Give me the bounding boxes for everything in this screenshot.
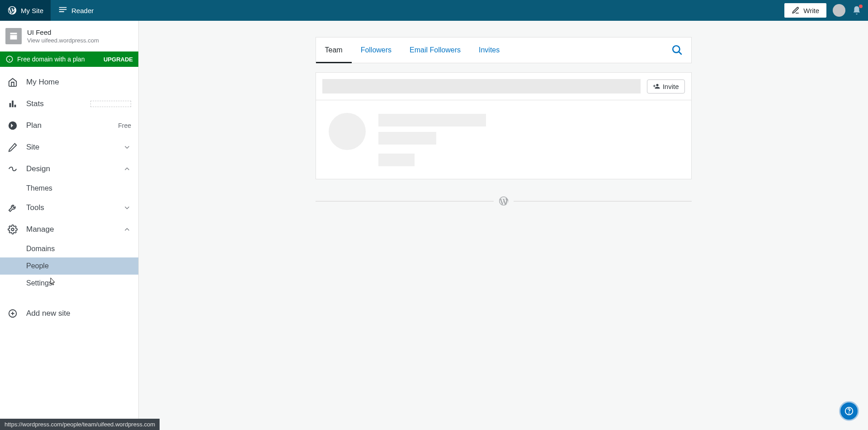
sidebar-item-label: Design bbox=[26, 164, 50, 173]
search-icon bbox=[671, 44, 683, 56]
sidebar-item-label: Tools bbox=[26, 203, 44, 212]
ph-line bbox=[378, 114, 486, 126]
divider-line bbox=[514, 201, 692, 201]
sidebar-item-label: Site bbox=[26, 143, 39, 152]
svg-rect-1 bbox=[10, 35, 17, 40]
text-placeholders bbox=[378, 114, 486, 166]
search-button[interactable] bbox=[663, 37, 691, 63]
site-icon bbox=[5, 28, 22, 44]
wrench-icon bbox=[7, 202, 18, 213]
tab-followers[interactable]: Followers bbox=[352, 37, 401, 63]
upsell-banner[interactable]: Free domain with a plan UPGRADE bbox=[0, 51, 138, 67]
sidebar-sub-people[interactable]: People bbox=[0, 257, 138, 275]
nav-my-site-label: My Site bbox=[21, 7, 43, 14]
sidebar-nav: My Home Stats Plan Free Site Design bbox=[0, 67, 138, 430]
svg-rect-5 bbox=[9, 103, 11, 107]
site-card[interactable]: UI Feed View uifeed.wordpress.com bbox=[0, 21, 138, 51]
main-content: Team Followers Email Followers Invites I… bbox=[139, 21, 868, 430]
masterbar-left: My Site Reader bbox=[0, 0, 101, 21]
sidebar-item-label: Plan bbox=[26, 121, 42, 130]
sidebar-item-add-site[interactable]: Add new site bbox=[0, 303, 138, 324]
notification-dot bbox=[859, 5, 863, 8]
sidebar: UI Feed View uifeed.wordpress.com Free d… bbox=[0, 21, 139, 430]
sidebar-item-site[interactable]: Site bbox=[0, 136, 138, 158]
svg-rect-0 bbox=[10, 33, 17, 34]
upgrade-link[interactable]: UPGRADE bbox=[104, 56, 133, 63]
sidebar-item-tools[interactable]: Tools bbox=[0, 197, 138, 219]
sidebar-item-label: Stats bbox=[26, 99, 44, 108]
reader-icon bbox=[58, 5, 68, 15]
sidebar-sub-settings[interactable]: Settings bbox=[0, 275, 138, 292]
plan-icon bbox=[7, 120, 18, 131]
chevron-down-icon bbox=[123, 204, 131, 212]
person-loading-card bbox=[316, 100, 692, 179]
nav-my-site[interactable]: My Site bbox=[0, 0, 51, 21]
info-icon bbox=[5, 55, 14, 63]
wordpress-icon bbox=[7, 5, 17, 15]
svg-line-14 bbox=[679, 51, 682, 55]
stats-icon bbox=[7, 98, 18, 109]
sidebar-item-home[interactable]: My Home bbox=[0, 71, 138, 93]
sidebar-item-stats[interactable]: Stats bbox=[0, 93, 138, 115]
plus-circle-icon bbox=[7, 308, 18, 319]
svg-point-13 bbox=[673, 46, 679, 52]
sidebar-sub-domains[interactable]: Domains bbox=[0, 240, 138, 257]
tab-team[interactable]: Team bbox=[316, 37, 352, 63]
svg-point-16 bbox=[849, 413, 849, 413]
chevron-up-icon bbox=[123, 165, 131, 173]
user-avatar[interactable] bbox=[833, 4, 845, 17]
invite-button-label: Invite bbox=[663, 83, 679, 90]
tabs: Team Followers Email Followers Invites bbox=[316, 37, 692, 63]
write-button-label: Write bbox=[803, 7, 819, 14]
sidebar-item-manage[interactable]: Manage bbox=[0, 219, 138, 240]
sidebar-sub-themes[interactable]: Themes bbox=[0, 180, 138, 197]
invite-placeholder bbox=[322, 79, 641, 93]
home-icon bbox=[7, 77, 18, 88]
stats-sparkline bbox=[90, 101, 131, 107]
site-info: UI Feed View uifeed.wordpress.com bbox=[27, 28, 99, 44]
sidebar-item-design[interactable]: Design bbox=[0, 158, 138, 180]
svg-rect-6 bbox=[12, 101, 14, 108]
design-icon bbox=[7, 164, 18, 174]
footer-divider bbox=[316, 196, 692, 206]
tab-invites[interactable]: Invites bbox=[470, 37, 509, 63]
help-fab[interactable] bbox=[839, 401, 859, 421]
write-button[interactable]: Write bbox=[784, 3, 826, 18]
plan-badge: Free bbox=[118, 122, 131, 129]
sidebar-item-label: Manage bbox=[26, 225, 54, 234]
write-icon bbox=[792, 6, 800, 14]
svg-point-9 bbox=[11, 228, 14, 231]
sidebar-item-label: Add new site bbox=[26, 309, 70, 318]
help-icon bbox=[844, 406, 854, 416]
divider-line bbox=[316, 201, 494, 201]
avatar-placeholder bbox=[329, 113, 366, 150]
wordpress-footer-icon bbox=[498, 196, 509, 206]
ph-line bbox=[378, 154, 415, 166]
masterbar: My Site Reader Write bbox=[0, 0, 868, 21]
invite-user-icon bbox=[653, 83, 660, 90]
nav-reader-label: Reader bbox=[71, 7, 94, 14]
masterbar-right: Write bbox=[784, 3, 868, 18]
status-bar: https://wordpress.com/people/team/uifeed… bbox=[0, 419, 160, 430]
site-name: UI Feed bbox=[27, 28, 99, 36]
sidebar-item-label: My Home bbox=[26, 78, 59, 87]
invite-button[interactable]: Invite bbox=[647, 79, 685, 93]
gear-icon bbox=[7, 224, 18, 235]
upsell-text: Free domain with a plan bbox=[17, 56, 85, 63]
ph-line bbox=[378, 132, 436, 145]
tab-email-followers[interactable]: Email Followers bbox=[401, 37, 470, 63]
chevron-down-icon bbox=[123, 143, 131, 151]
layout: UI Feed View uifeed.wordpress.com Free d… bbox=[0, 21, 868, 430]
sidebar-item-plan[interactable]: Plan Free bbox=[0, 115, 138, 136]
invite-row: Invite bbox=[316, 72, 692, 100]
site-url: View uifeed.wordpress.com bbox=[27, 37, 99, 44]
nav-reader[interactable]: Reader bbox=[51, 0, 101, 21]
svg-rect-7 bbox=[14, 105, 16, 108]
chevron-up-icon bbox=[123, 225, 131, 234]
notifications-icon[interactable] bbox=[852, 5, 862, 15]
pencil-icon bbox=[7, 142, 18, 153]
